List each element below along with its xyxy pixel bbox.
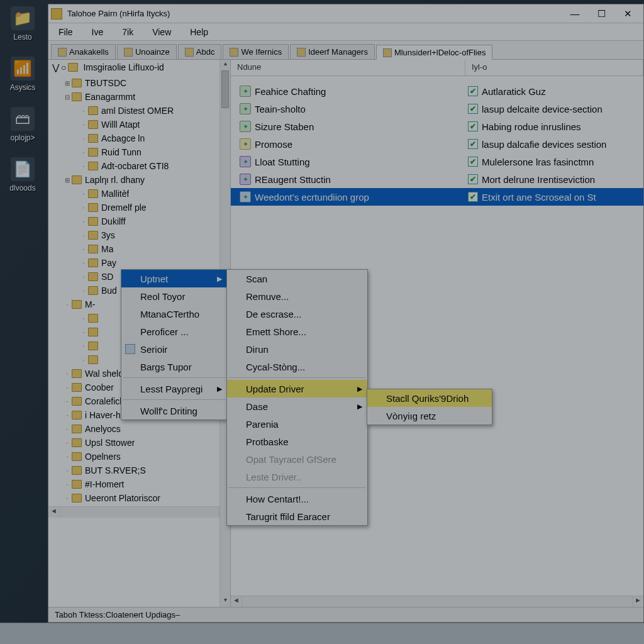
menu-item[interactable]: Emett Shore... (227, 323, 367, 340)
desktop-icon-dlvoods[interactable]: 📄dlvoods (0, 157, 45, 192)
scroll-track[interactable] (60, 507, 219, 518)
scroll-right-icon[interactable]: ► (632, 596, 643, 607)
menu-item-label: Protbaske (246, 436, 289, 447)
col-info[interactable]: Iyl-o (465, 60, 643, 75)
menu-item[interactable]: Parenia (227, 415, 367, 433)
menu-item[interactable]: De escrase... (227, 305, 367, 323)
minimize-button[interactable]: — (562, 5, 588, 23)
taskbar[interactable]: Taboh Tktess:Cloatenert Updiags– (0, 623, 644, 644)
menu-item[interactable]: Tarugrit ffild Earacer (227, 508, 367, 525)
tree-item[interactable]: ·Mallitèf (55, 187, 230, 201)
menu-item[interactable]: Dirun (227, 340, 367, 358)
scroll-left-icon[interactable]: ◄ (48, 507, 60, 518)
context-menu-1[interactable]: Uptnet▶Reol ToyorMtanaCTerthoPeroficer .… (121, 269, 228, 420)
twisty-icon[interactable]: ⊞ (64, 177, 71, 184)
row-name: Feahice Chafting (255, 86, 326, 97)
tree-item[interactable]: ·Ma (55, 242, 230, 256)
tree-bullet: · (80, 108, 87, 114)
tree-item[interactable]: ⊞Laplηι rl. dhany (55, 173, 230, 187)
menu-ive[interactable]: Ive (89, 26, 106, 38)
menu-item-label: Reol Toyor (140, 291, 185, 302)
twisty-icon[interactable]: ⊞ (64, 80, 71, 87)
tree-item[interactable]: ·Anelyocs (55, 422, 230, 436)
tree-hscroll[interactable]: ◄ ► (48, 506, 230, 518)
tab[interactable]: Unoainze (117, 44, 177, 59)
menu-item-label: Bargs Tupor (140, 362, 192, 372)
list-row[interactable]: ✦REaugent Sttuctin✔Mort delrune Irentise… (231, 170, 643, 188)
tab[interactable]: We Ifernics (223, 44, 289, 59)
tree-item[interactable]: ·Dukilff (55, 214, 230, 228)
menu-item[interactable]: Reol Toyor (121, 287, 227, 305)
maximize-button[interactable]: ☐ (588, 5, 614, 23)
scroll-down-icon[interactable]: ▾ (220, 596, 230, 607)
tree-item[interactable]: ·3ys (55, 228, 230, 242)
tree-bullet: · (80, 163, 87, 170)
menu-item[interactable]: Update Driver▶ (227, 380, 367, 397)
col-name[interactable]: Ndune (231, 60, 465, 75)
menu-item[interactable]: Serioir (121, 340, 227, 358)
tree-item[interactable]: ⊟Eanagarmmt (55, 90, 230, 104)
tree-item[interactable]: ⊞TBUTSDC (55, 76, 230, 90)
menu-help[interactable]: Help (187, 26, 211, 38)
scroll-up-icon[interactable]: ▴ (220, 60, 230, 70)
tree-item[interactable]: ·Adt-ocbaret GTI8 (55, 159, 230, 173)
context-submenu[interactable]: Stacll Quriks'9DriohVònyiıg retz (367, 389, 492, 425)
close-button[interactable]: ✕ (614, 5, 641, 23)
context-menu-2[interactable]: ScanRemuve...De escrase...Emett Shore...… (226, 269, 368, 526)
menu-item[interactable]: Lesst Payρregi▶ (121, 380, 227, 397)
tree-bullet: · (80, 121, 87, 128)
menu-item[interactable]: How Centart!... (227, 490, 367, 508)
tree-item[interactable]: ·Upsl Sttower (55, 436, 230, 450)
list-hscroll[interactable]: ◄ ► (231, 596, 643, 607)
desktop-icon-lesto[interactable]: 📁Lesto (0, 6, 45, 42)
tree-item[interactable]: ·Opelners (55, 450, 230, 464)
menu-item[interactable]: Peroficer ... (121, 323, 227, 340)
menu-item-label: Opat Tayracel GfSere (246, 454, 336, 465)
scroll-thumb[interactable] (221, 70, 229, 108)
collapse-icon[interactable]: ⋁ (52, 62, 59, 72)
menu-view[interactable]: View (150, 26, 174, 38)
tree-item[interactable]: ·BUT S.RVER;S (55, 464, 230, 477)
folder-icon (72, 466, 82, 475)
tree-item[interactable]: ·#I-Homert (55, 477, 230, 491)
menu-item[interactable]: Cycal-Stòng... (227, 358, 367, 375)
twisty-icon[interactable]: ⊟ (64, 94, 71, 101)
menu-item-label: Dirun (246, 344, 269, 355)
list-row[interactable]: ✦Weedont's ecrtundiion grop✔Etxit ort an… (231, 188, 643, 206)
menu-item[interactable]: MtanaCTertho (121, 305, 227, 323)
menu-item[interactable]: Vònyiıg retz (367, 407, 492, 425)
menu-item[interactable]: Protbaske (227, 433, 367, 450)
tab[interactable]: Anakakells (51, 44, 116, 59)
tree-item[interactable]: ·Acbagce ln (55, 131, 230, 145)
list-row[interactable]: ✦Sizure Staben✔Habing rodue inruslines (231, 118, 643, 135)
tree-root-row[interactable]: ⋁ ○ Imsgiraolie LifIuxo-id (48, 60, 230, 75)
list-row[interactable]: ✦Teain-sholto✔lasup delcaite device-sect… (231, 100, 643, 118)
list-row[interactable]: ✦Promose✔lasup dalcafie devices sestion (231, 135, 643, 153)
tree-item[interactable]: ·Pay (55, 256, 230, 270)
list-row[interactable]: ✦Feahice Chafting✔Autlaratick Guz (231, 82, 643, 100)
tree-item[interactable]: ·aml Distest OMER (55, 104, 230, 118)
desktop-icon-oplojp>[interactable]: 🗃oplojp> (0, 107, 45, 142)
desktop-icon-asysics[interactable]: 📶Asysics (0, 57, 45, 92)
list-row[interactable]: ✦Lloat Stutting✔Mulelersone lras fasinct… (231, 153, 643, 170)
menu-item[interactable]: Uptnet▶ (121, 270, 227, 287)
expand-icon[interactable]: ○ (61, 62, 66, 72)
tree-item[interactable]: ·Dremelf ple (55, 201, 230, 214)
tab[interactable]: Mlunsiderl+lDeloc-ofFlies (376, 45, 493, 60)
tab[interactable]: Abdc (178, 44, 222, 59)
menu-item[interactable]: Wollf'c Driting (121, 402, 227, 419)
menu-item[interactable]: Stacll Quriks'9Drioh (367, 389, 492, 407)
row-icon: ✦ (240, 156, 251, 167)
tree-item[interactable]: ·Ruid Tunn (55, 145, 230, 159)
menu-7ik[interactable]: 7ik (119, 26, 136, 38)
menu-file[interactable]: File (56, 26, 75, 38)
menu-item[interactable]: Dase▶ (227, 397, 367, 415)
scroll-left-icon[interactable]: ◄ (231, 596, 242, 607)
menu-item[interactable]: Scan (227, 270, 367, 287)
tab[interactable]: Ideerf Managers (290, 44, 375, 59)
scroll-track[interactable] (242, 596, 632, 607)
tree-item[interactable]: ·Willl Atapt (55, 118, 230, 131)
tree-item[interactable]: ·Ueeront Platoriscor (55, 491, 230, 505)
menu-item[interactable]: Bargs Tupor (121, 358, 227, 375)
menu-item[interactable]: Remuve... (227, 287, 367, 305)
